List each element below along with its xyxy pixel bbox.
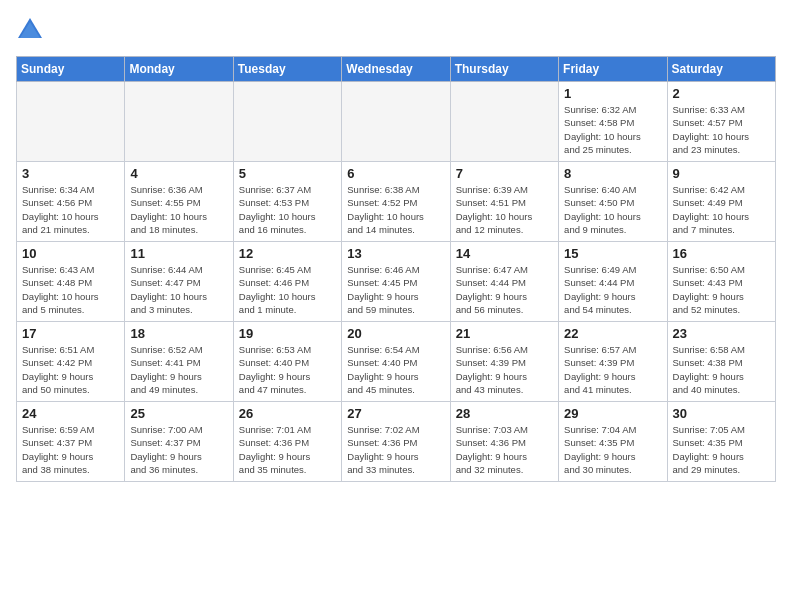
day-info: Sunrise: 6:47 AMSunset: 4:44 PMDaylight:… (456, 263, 553, 316)
day-info: Sunrise: 6:43 AMSunset: 4:48 PMDaylight:… (22, 263, 119, 316)
calendar-cell-1-6: 9Sunrise: 6:42 AMSunset: 4:49 PMDaylight… (667, 162, 775, 242)
day-info: Sunrise: 6:42 AMSunset: 4:49 PMDaylight:… (673, 183, 770, 236)
day-number: 9 (673, 166, 770, 181)
calendar-cell-0-0 (17, 82, 125, 162)
day-number: 23 (673, 326, 770, 341)
weekday-header-monday: Monday (125, 57, 233, 82)
day-number: 13 (347, 246, 444, 261)
day-info: Sunrise: 6:33 AMSunset: 4:57 PMDaylight:… (673, 103, 770, 156)
calendar-cell-4-4: 28Sunrise: 7:03 AMSunset: 4:36 PMDayligh… (450, 402, 558, 482)
week-row-4: 17Sunrise: 6:51 AMSunset: 4:42 PMDayligh… (17, 322, 776, 402)
calendar-cell-2-1: 11Sunrise: 6:44 AMSunset: 4:47 PMDayligh… (125, 242, 233, 322)
day-number: 20 (347, 326, 444, 341)
day-info: Sunrise: 7:04 AMSunset: 4:35 PMDaylight:… (564, 423, 661, 476)
day-number: 17 (22, 326, 119, 341)
day-number: 28 (456, 406, 553, 421)
calendar-cell-2-6: 16Sunrise: 6:50 AMSunset: 4:43 PMDayligh… (667, 242, 775, 322)
day-number: 15 (564, 246, 661, 261)
day-info: Sunrise: 6:53 AMSunset: 4:40 PMDaylight:… (239, 343, 336, 396)
calendar-cell-3-6: 23Sunrise: 6:58 AMSunset: 4:38 PMDayligh… (667, 322, 775, 402)
calendar-cell-3-2: 19Sunrise: 6:53 AMSunset: 4:40 PMDayligh… (233, 322, 341, 402)
day-number: 29 (564, 406, 661, 421)
day-info: Sunrise: 6:46 AMSunset: 4:45 PMDaylight:… (347, 263, 444, 316)
day-number: 19 (239, 326, 336, 341)
calendar-cell-0-4 (450, 82, 558, 162)
calendar-cell-3-0: 17Sunrise: 6:51 AMSunset: 4:42 PMDayligh… (17, 322, 125, 402)
calendar-cell-1-3: 6Sunrise: 6:38 AMSunset: 4:52 PMDaylight… (342, 162, 450, 242)
page-header (16, 16, 776, 44)
day-info: Sunrise: 6:44 AMSunset: 4:47 PMDaylight:… (130, 263, 227, 316)
calendar-cell-2-2: 12Sunrise: 6:45 AMSunset: 4:46 PMDayligh… (233, 242, 341, 322)
calendar-cell-3-3: 20Sunrise: 6:54 AMSunset: 4:40 PMDayligh… (342, 322, 450, 402)
weekday-header-saturday: Saturday (667, 57, 775, 82)
day-number: 3 (22, 166, 119, 181)
weekday-header-tuesday: Tuesday (233, 57, 341, 82)
calendar-cell-4-0: 24Sunrise: 6:59 AMSunset: 4:37 PMDayligh… (17, 402, 125, 482)
day-info: Sunrise: 7:02 AMSunset: 4:36 PMDaylight:… (347, 423, 444, 476)
day-number: 7 (456, 166, 553, 181)
calendar-cell-4-6: 30Sunrise: 7:05 AMSunset: 4:35 PMDayligh… (667, 402, 775, 482)
calendar-cell-2-0: 10Sunrise: 6:43 AMSunset: 4:48 PMDayligh… (17, 242, 125, 322)
calendar-cell-0-2 (233, 82, 341, 162)
day-info: Sunrise: 6:34 AMSunset: 4:56 PMDaylight:… (22, 183, 119, 236)
day-info: Sunrise: 6:40 AMSunset: 4:50 PMDaylight:… (564, 183, 661, 236)
day-number: 6 (347, 166, 444, 181)
day-info: Sunrise: 6:50 AMSunset: 4:43 PMDaylight:… (673, 263, 770, 316)
calendar-cell-1-1: 4Sunrise: 6:36 AMSunset: 4:55 PMDaylight… (125, 162, 233, 242)
calendar-cell-2-3: 13Sunrise: 6:46 AMSunset: 4:45 PMDayligh… (342, 242, 450, 322)
day-info: Sunrise: 6:36 AMSunset: 4:55 PMDaylight:… (130, 183, 227, 236)
weekday-header-wednesday: Wednesday (342, 57, 450, 82)
week-row-2: 3Sunrise: 6:34 AMSunset: 4:56 PMDaylight… (17, 162, 776, 242)
day-number: 2 (673, 86, 770, 101)
day-number: 27 (347, 406, 444, 421)
day-info: Sunrise: 6:59 AMSunset: 4:37 PMDaylight:… (22, 423, 119, 476)
day-info: Sunrise: 6:37 AMSunset: 4:53 PMDaylight:… (239, 183, 336, 236)
day-number: 18 (130, 326, 227, 341)
day-info: Sunrise: 6:39 AMSunset: 4:51 PMDaylight:… (456, 183, 553, 236)
day-number: 5 (239, 166, 336, 181)
day-info: Sunrise: 6:51 AMSunset: 4:42 PMDaylight:… (22, 343, 119, 396)
calendar-cell-1-0: 3Sunrise: 6:34 AMSunset: 4:56 PMDaylight… (17, 162, 125, 242)
calendar-cell-3-5: 22Sunrise: 6:57 AMSunset: 4:39 PMDayligh… (559, 322, 667, 402)
day-number: 11 (130, 246, 227, 261)
day-number: 10 (22, 246, 119, 261)
week-row-1: 1Sunrise: 6:32 AMSunset: 4:58 PMDaylight… (17, 82, 776, 162)
calendar-cell-2-4: 14Sunrise: 6:47 AMSunset: 4:44 PMDayligh… (450, 242, 558, 322)
weekday-header-row: SundayMondayTuesdayWednesdayThursdayFrid… (17, 57, 776, 82)
calendar-cell-1-4: 7Sunrise: 6:39 AMSunset: 4:51 PMDaylight… (450, 162, 558, 242)
day-number: 14 (456, 246, 553, 261)
week-row-3: 10Sunrise: 6:43 AMSunset: 4:48 PMDayligh… (17, 242, 776, 322)
weekday-header-thursday: Thursday (450, 57, 558, 82)
calendar-cell-1-5: 8Sunrise: 6:40 AMSunset: 4:50 PMDaylight… (559, 162, 667, 242)
logo (16, 16, 48, 44)
day-info: Sunrise: 6:32 AMSunset: 4:58 PMDaylight:… (564, 103, 661, 156)
day-info: Sunrise: 6:57 AMSunset: 4:39 PMDaylight:… (564, 343, 661, 396)
day-info: Sunrise: 6:52 AMSunset: 4:41 PMDaylight:… (130, 343, 227, 396)
day-number: 21 (456, 326, 553, 341)
day-info: Sunrise: 7:05 AMSunset: 4:35 PMDaylight:… (673, 423, 770, 476)
day-info: Sunrise: 6:45 AMSunset: 4:46 PMDaylight:… (239, 263, 336, 316)
calendar: SundayMondayTuesdayWednesdayThursdayFrid… (16, 56, 776, 482)
day-number: 8 (564, 166, 661, 181)
day-info: Sunrise: 7:03 AMSunset: 4:36 PMDaylight:… (456, 423, 553, 476)
day-info: Sunrise: 6:58 AMSunset: 4:38 PMDaylight:… (673, 343, 770, 396)
weekday-header-friday: Friday (559, 57, 667, 82)
calendar-cell-3-4: 21Sunrise: 6:56 AMSunset: 4:39 PMDayligh… (450, 322, 558, 402)
calendar-cell-0-5: 1Sunrise: 6:32 AMSunset: 4:58 PMDaylight… (559, 82, 667, 162)
calendar-cell-4-5: 29Sunrise: 7:04 AMSunset: 4:35 PMDayligh… (559, 402, 667, 482)
day-info: Sunrise: 7:00 AMSunset: 4:37 PMDaylight:… (130, 423, 227, 476)
logo-icon (16, 16, 44, 44)
day-info: Sunrise: 7:01 AMSunset: 4:36 PMDaylight:… (239, 423, 336, 476)
day-number: 1 (564, 86, 661, 101)
day-info: Sunrise: 6:49 AMSunset: 4:44 PMDaylight:… (564, 263, 661, 316)
week-row-5: 24Sunrise: 6:59 AMSunset: 4:37 PMDayligh… (17, 402, 776, 482)
day-number: 4 (130, 166, 227, 181)
day-number: 25 (130, 406, 227, 421)
calendar-cell-2-5: 15Sunrise: 6:49 AMSunset: 4:44 PMDayligh… (559, 242, 667, 322)
weekday-header-sunday: Sunday (17, 57, 125, 82)
day-number: 24 (22, 406, 119, 421)
day-number: 22 (564, 326, 661, 341)
day-info: Sunrise: 6:56 AMSunset: 4:39 PMDaylight:… (456, 343, 553, 396)
calendar-cell-1-2: 5Sunrise: 6:37 AMSunset: 4:53 PMDaylight… (233, 162, 341, 242)
calendar-cell-3-1: 18Sunrise: 6:52 AMSunset: 4:41 PMDayligh… (125, 322, 233, 402)
